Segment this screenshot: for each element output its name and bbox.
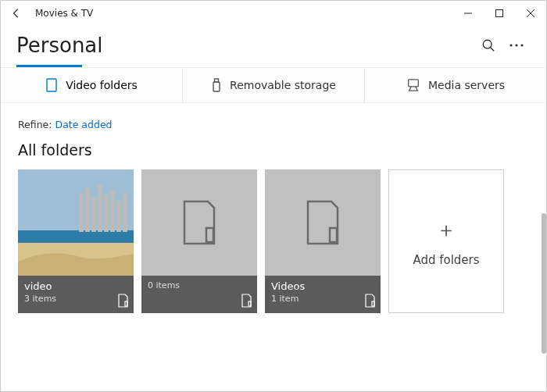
refine-dropdown[interactable]: Date added (55, 119, 113, 130)
svg-point-8 (520, 44, 523, 46)
svg-rect-19 (98, 185, 102, 232)
add-folders-tile[interactable]: ＋ Add folders (388, 169, 504, 313)
folder-count: 1 item (271, 294, 374, 304)
close-icon (527, 9, 534, 17)
add-folders-label: Add folders (413, 253, 479, 267)
folder-icon (45, 77, 58, 93)
svg-rect-11 (215, 79, 219, 82)
svg-rect-24 (125, 301, 127, 306)
page-icon (240, 293, 252, 308)
page-placeholder-icon (303, 198, 342, 247)
folder-thumbnail (141, 169, 257, 276)
svg-rect-18 (91, 198, 96, 232)
folder-count: 3 items (24, 294, 127, 304)
tab-label: Media servers (428, 79, 505, 91)
svg-rect-27 (330, 228, 337, 242)
folder-tile[interactable]: video 3 items (18, 169, 134, 313)
svg-rect-28 (372, 301, 374, 306)
svg-point-6 (509, 44, 512, 46)
refine-label: Refine: (18, 119, 52, 130)
tab-label: Removable storage (230, 79, 336, 91)
maximize-button[interactable] (484, 1, 515, 26)
page-placeholder-icon (180, 198, 219, 247)
folder-tile[interactable]: Videos 1 item (265, 169, 381, 313)
svg-rect-9 (47, 79, 56, 91)
svg-point-7 (515, 44, 517, 46)
svg-rect-10 (213, 82, 220, 91)
more-button[interactable] (502, 31, 531, 59)
page-title: Personal (16, 34, 103, 57)
folder-name: Videos (271, 280, 374, 294)
svg-line-5 (491, 48, 495, 51)
folder-label: video 3 items (18, 276, 134, 313)
plus-icon: ＋ (436, 216, 456, 244)
back-button[interactable] (1, 1, 32, 26)
content-area: Refine: Date added All folders (1, 103, 546, 391)
minimize-button[interactable] (452, 1, 484, 26)
app-title: Movies & TV (32, 8, 93, 19)
folder-thumbnail (18, 169, 134, 276)
server-icon (406, 78, 420, 92)
svg-rect-22 (116, 201, 121, 232)
scrollbar-thumb[interactable] (542, 213, 546, 354)
more-icon (509, 44, 524, 47)
folder-label: 0 items (141, 276, 257, 313)
svg-rect-25 (206, 228, 213, 242)
tab-removable-storage[interactable]: Removable storage (182, 68, 364, 102)
svg-rect-20 (104, 194, 109, 232)
search-button[interactable] (474, 31, 502, 59)
page-header: Personal (1, 26, 546, 65)
svg-rect-12 (409, 80, 419, 87)
minimize-icon (464, 9, 472, 17)
svg-rect-17 (85, 188, 90, 232)
search-icon (481, 38, 495, 52)
maximize-icon (495, 9, 503, 17)
folder-count: 0 items (148, 280, 251, 290)
vertical-scrollbar[interactable] (542, 26, 546, 391)
folder-label: Videos 1 item (265, 276, 381, 313)
svg-rect-16 (79, 193, 84, 232)
folder-grid: video 3 items 0 items (18, 169, 529, 313)
close-button[interactable] (515, 1, 546, 26)
section-title: All folders (18, 141, 529, 159)
beach-thumbnail-icon (18, 169, 134, 276)
folder-name: video (24, 280, 127, 294)
folder-thumbnail (265, 169, 381, 276)
app-window: Movies & TV Personal Video folders (0, 0, 547, 392)
svg-rect-26 (248, 301, 251, 306)
tab-bar: Video folders Removable storage Media se… (1, 67, 546, 103)
usb-icon (211, 77, 222, 93)
arrow-left-icon (11, 8, 22, 19)
tab-video-folders[interactable]: Video folders (1, 68, 182, 102)
titlebar: Movies & TV (1, 1, 546, 26)
svg-point-4 (483, 40, 492, 48)
tab-media-servers[interactable]: Media servers (364, 68, 546, 102)
tab-label: Video folders (66, 79, 138, 91)
refine-row: Refine: Date added (18, 119, 529, 130)
svg-rect-21 (110, 190, 115, 232)
svg-rect-23 (123, 193, 127, 232)
page-icon (363, 293, 376, 308)
svg-rect-13 (18, 169, 134, 232)
page-icon (116, 293, 129, 308)
folder-tile[interactable]: 0 items (141, 169, 257, 313)
svg-rect-1 (496, 10, 503, 17)
